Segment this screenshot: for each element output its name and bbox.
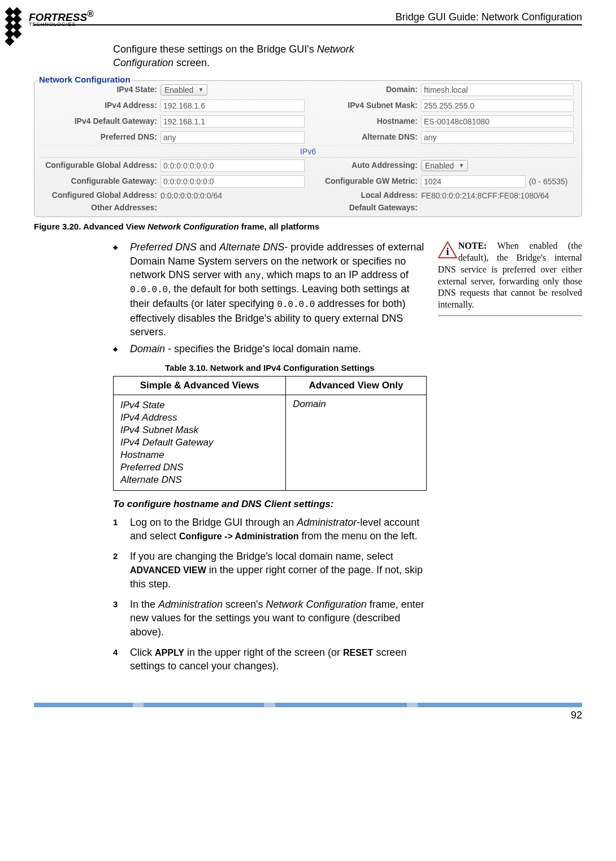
procedure-step: 2If you are changing the Bridge's local … bbox=[113, 550, 427, 591]
brand-logo: FORTRESS® TECHNOLOGIES bbox=[6, 8, 94, 29]
info-warning-icon: i bbox=[438, 241, 457, 258]
auto-addressing-value: Enabled bbox=[425, 161, 454, 170]
logo-text-2: TECHNOLOGIES bbox=[29, 23, 94, 27]
gw-metric-input[interactable] bbox=[421, 175, 526, 188]
network-config-frame: Network Configuration IPv4 State: Enable… bbox=[34, 80, 582, 218]
intro-text-c: screen. bbox=[173, 57, 210, 68]
configured-global-addr-value: 0:0:0:0:0:0:0:0/64 bbox=[160, 191, 222, 200]
step-number: 3 bbox=[113, 598, 130, 639]
table-cell-item: IPv4 State bbox=[120, 400, 279, 411]
page-number: 92 bbox=[34, 709, 582, 721]
label-conf-gateway: Configurable Gateway: bbox=[39, 177, 160, 185]
preferred-dns-input[interactable] bbox=[160, 131, 305, 144]
bullet-domain: Domain - specifies the Bridge's local do… bbox=[113, 342, 427, 356]
conf-gateway-input[interactable] bbox=[160, 175, 305, 188]
table-cell-item: IPv4 Subnet Mask bbox=[120, 425, 279, 436]
bullet-preferred-dns: Preferred DNS and Alternate DNS- provide… bbox=[113, 240, 427, 339]
subnet-mask-input[interactable] bbox=[421, 99, 574, 112]
intro-text-a: Configure these settings on the Bridge G… bbox=[113, 44, 317, 55]
label-subnet-mask: IPv4 Subnet Mask: bbox=[308, 101, 421, 110]
label-other-addresses: Other Addresses: bbox=[39, 204, 160, 212]
step-body: Log on to the Bridge GUI through an Admi… bbox=[130, 516, 427, 543]
conf-global-addr-input[interactable] bbox=[160, 159, 305, 172]
domain-input[interactable] bbox=[421, 84, 574, 96]
chevron-down-icon: ▼ bbox=[458, 162, 464, 168]
frame-legend: Network Configuration bbox=[38, 75, 132, 84]
label-hostname: Hostname: bbox=[308, 117, 421, 126]
th-simple-advanced: Simple & Advanced Views bbox=[114, 376, 286, 395]
label-alternate-dns: Alternate DNS: bbox=[308, 133, 421, 141]
note-box: i NOTE: When enabled (the default), the … bbox=[438, 240, 582, 316]
running-head: Bridge GUI Guide: Network Configuration bbox=[34, 11, 582, 23]
note-body: When enabled (the default), the Bridge's… bbox=[438, 241, 582, 309]
chevron-down-icon: ▼ bbox=[198, 86, 203, 93]
ipv6-separator: IPv6 bbox=[39, 145, 577, 158]
step-body: In the Administration screen's Network C… bbox=[130, 598, 427, 639]
procedure-step: 4Click APPLY in the upper right of the s… bbox=[113, 646, 427, 673]
header-rule bbox=[34, 24, 582, 25]
td-domain: Domain bbox=[293, 399, 326, 409]
label-gw-metric: Configurable GW Metric: bbox=[308, 177, 421, 185]
step-number: 1 bbox=[113, 516, 130, 543]
label-configured-global-addr: Configured Global Address: bbox=[39, 191, 160, 200]
local-address-value: FE80:0:0:0:214:8CFF:FE08:1080/64 bbox=[421, 191, 549, 200]
label-local-address: Local Address: bbox=[308, 191, 421, 200]
step-number: 2 bbox=[113, 550, 130, 591]
label-conf-global-addr: Configurable Global Address: bbox=[39, 161, 160, 170]
label-ipv4-state: IPv4 State: bbox=[39, 85, 160, 94]
label-auto-addressing: Auto Addressing: bbox=[308, 161, 421, 170]
logo-mark bbox=[6, 8, 27, 29]
table-cell-item: Alternate DNS bbox=[120, 474, 279, 486]
default-gateway-input[interactable] bbox=[160, 115, 305, 128]
step-body: Click APPLY in the upper right of the sc… bbox=[130, 646, 427, 673]
procedure-step: 1Log on to the Bridge GUI through an Adm… bbox=[113, 516, 427, 543]
svg-text:i: i bbox=[446, 246, 449, 257]
table-cell-item: Preferred DNS bbox=[120, 462, 279, 473]
hostname-input[interactable] bbox=[421, 115, 574, 128]
note-lead: NOTE: bbox=[458, 241, 487, 250]
label-ipv4-address: IPv4 Address: bbox=[39, 101, 160, 110]
ipv4-address-input[interactable] bbox=[160, 99, 305, 112]
gw-metric-hint: (0 - 65535) bbox=[529, 177, 567, 186]
ipv4-state-select[interactable]: Enabled▼ bbox=[160, 84, 207, 96]
footer-rule bbox=[34, 703, 582, 707]
table-cell-item: Hostname bbox=[120, 449, 279, 461]
ipv4-state-value: Enabled bbox=[164, 85, 193, 94]
label-default-gateway: IPv4 Default Gateway: bbox=[39, 117, 160, 126]
table-row: IPv4 StateIPv4 AddressIPv4 Subnet MaskIP… bbox=[114, 395, 427, 490]
logo-reg: ® bbox=[87, 9, 94, 19]
th-advanced-only: Advanced View Only bbox=[286, 376, 427, 395]
procedure-step: 3In the Administration screen's Network … bbox=[113, 598, 427, 639]
table-title: Table 3.10. Network and IPv4 Configurati… bbox=[113, 363, 427, 373]
label-preferred-dns: Preferred DNS: bbox=[39, 133, 160, 141]
table-cell-item: IPv4 Default Gateway bbox=[120, 437, 279, 448]
table-cell-item: IPv4 Address bbox=[120, 412, 279, 423]
step-number: 4 bbox=[113, 646, 130, 673]
step-body: If you are changing the Bridge's local d… bbox=[130, 550, 427, 591]
figure-caption: Figure 3.20. Advanced View Network Confi… bbox=[34, 222, 582, 231]
alternate-dns-input[interactable] bbox=[421, 131, 574, 144]
procedure-title: To configure hostname and DNS Client set… bbox=[113, 499, 427, 510]
auto-addressing-select[interactable]: Enabled▼ bbox=[421, 160, 468, 171]
label-default-gateways: Default Gateways: bbox=[308, 204, 421, 212]
label-domain: Domain: bbox=[308, 85, 421, 94]
settings-table: Simple & Advanced ViewsAdvanced View Onl… bbox=[113, 376, 427, 491]
table-row: Simple & Advanced ViewsAdvanced View Onl… bbox=[114, 376, 427, 395]
